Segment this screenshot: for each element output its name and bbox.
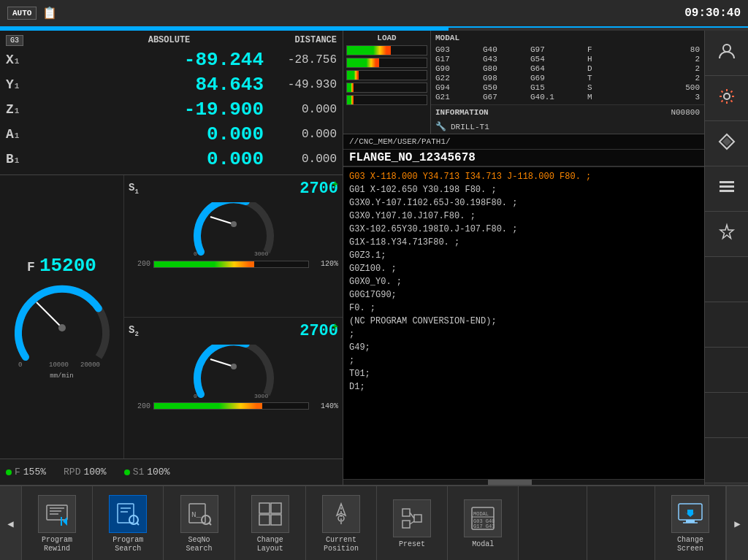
axis-y-dist: -49.930 [278,78,337,91]
feed-f-label: F [27,260,35,275]
code-panel: //CNC_MEM/USER/PATH1/ FLANGE_NO_12345678… [343,134,704,485]
toolbar-btn-program-search[interactable]: ProgramSearch [93,486,164,560]
svg-line-9 [210,359,234,367]
svg-rect-19 [720,190,734,192]
toolbar-btn-change-screen[interactable]: ChangeScreen [655,486,726,560]
modal-g90: G90 [435,64,477,73]
modal-g22: G22 [435,74,477,83]
spindle-s2-bar-label: 200 [129,402,150,410]
svg-text:G17 G43: G17 G43 [473,523,495,529]
modal-g69: G69 [530,74,581,83]
axis-x-label: X 1 [6,53,31,67]
svg-point-10 [231,364,237,369]
svg-text:0: 0 [18,361,22,368]
code-line-5: G1X-118.Y34.713F80. ; [349,236,698,249]
svg-text:0: 0 [194,393,197,399]
diamond-icon [717,131,737,156]
load-bar-3-fill [347,71,359,80]
load-bar-4-fill [347,83,354,92]
clock: 09:30:40 [684,7,741,20]
modal-s-lbl: S [587,83,619,92]
top-bar: AUTO 📋 09:30:40 [0,0,748,28]
axis-row-z: Z 1 -19.900 0.000 [0,97,343,122]
code-scrollbar-thumb[interactable] [488,480,532,485]
toolbar-btn-current-position[interactable]: CurrentPosition [306,486,377,560]
load-title: LOAD [346,34,427,42]
svg-line-5 [210,217,234,224]
axis-y-abs: 84.643 [31,74,278,96]
preset-icon-box [393,499,431,537]
sidebar-btn-settings[interactable] [705,76,748,121]
modal-g40: G40 [483,45,524,54]
status-f-label: F [15,467,20,477]
toolbar-modal-label: Modal [472,540,494,549]
sidebar-btn-star[interactable] [705,212,748,257]
load-bar-2 [346,58,427,68]
toolbar-btn-seqno-search[interactable]: N_ SeqNoSearch [164,486,234,560]
load-bar-5-fill [347,96,354,104]
status-rpd-pct: 100% [83,467,106,477]
modal-g15: G15 [530,83,581,92]
toolbar-btn-modal[interactable]: MODAL G03 G40 G17 G43 Modal [448,486,519,560]
toolbar-current-position-label: CurrentPosition [324,536,359,553]
toolbar-btn-change-layout[interactable]: ChangeLayout [235,486,306,560]
status-bar: F 155% RPD 100% S1 100% [0,459,343,485]
axis-b-label: B 1 [6,152,31,166]
load-bar-3 [346,70,427,80]
code-line-11: (NC PROGRAM CONVERSION-END); [349,315,698,328]
modal-h-lbl: H [587,55,619,64]
abs-header: ABSOLUTE [67,35,271,46]
modal-m-lbl: M [587,93,619,101]
spindle-s1-plus: + [332,179,338,191]
code-line-13: G49; [349,341,698,354]
code-line-10: F0. ; [349,302,698,315]
sidebar-btn-user[interactable] [705,31,748,76]
toolbar-btn-empty-2 [587,486,655,560]
toolbar-btn-empty-1 [519,486,587,560]
status-rpd-label: RPD [64,467,80,477]
toolbar-btn-preset[interactable]: Preset [377,486,448,560]
svg-rect-38 [271,515,281,525]
axis-z-dist: 0.000 [278,103,337,116]
status-f-pct: 155% [23,467,46,477]
axis-z-abs: -19.900 [31,99,278,120]
code-content[interactable]: G03 X-118.000 Y34.713 I34.713 J-118.000 … [343,167,704,479]
svg-point-14 [724,93,730,99]
change-screen-icon-box [671,495,709,533]
svg-point-1 [58,324,66,331]
code-scrollbar[interactable] [343,479,704,485]
status-f: F 155% [6,467,46,477]
spindle-s2-bar-fill [154,403,262,409]
svg-rect-36 [271,503,281,513]
spindle-s1-header: S1 2700 [129,180,338,198]
code-line-15: T01; [349,367,698,380]
spindle-s1-bar-label: 200 [129,260,150,268]
load-bar-1 [346,45,427,55]
svg-text:MODAL: MODAL [473,511,489,517]
axis-x-abs: -89.244 [31,49,278,71]
sidebar-btn-empty-2 [705,302,748,348]
sidebar-btn-layers[interactable] [705,166,748,212]
spindle-s1-label: S1 [129,182,139,196]
axis-x-dist: -28.756 [278,53,337,66]
toolbar-prev[interactable]: ◀ [0,486,22,560]
axis-a-abs: 0.000 [31,123,278,145]
program-search-icon-box [109,495,147,533]
spindle-s2-label: S2 [129,324,139,338]
modal-g401: G40.1 [530,93,581,101]
modal-g43: G43 [483,55,524,64]
svg-text:3000: 3000 [254,393,268,399]
status-f-dot [6,469,12,475]
info-panel: INFORMATION N00800 [431,105,704,120]
load-bar-2-fill [347,58,379,67]
svg-rect-42 [402,521,410,528]
drill-icon: 🔧 [435,121,446,132]
toolbar-btn-program-rewind[interactable]: ProgramRewind [22,486,93,560]
toolbar-next[interactable]: ▶ [726,486,748,560]
code-line-16: D1; [349,380,698,394]
settings-icon [717,86,737,111]
axis-y-label: Y 1 [6,77,31,92]
sidebar-btn-diamond[interactable] [705,121,748,166]
modal-g97: G97 [530,45,581,54]
info-title: INFORMATION [435,108,489,117]
